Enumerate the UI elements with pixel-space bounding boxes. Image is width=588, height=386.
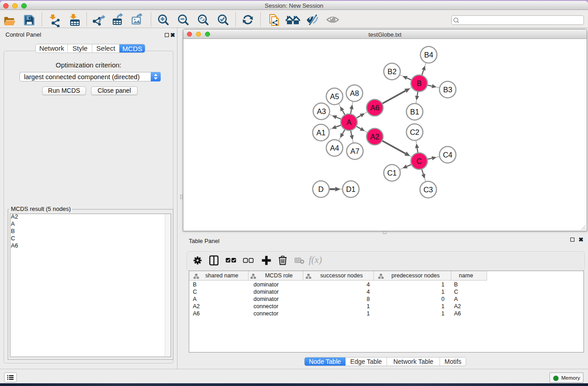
svg-text:C1: C1 [387, 169, 397, 177]
svg-text:A3: A3 [317, 107, 326, 115]
svg-text:B1: B1 [410, 108, 419, 116]
svg-text:A7: A7 [350, 147, 359, 155]
svg-text:A5: A5 [330, 92, 339, 100]
svg-text:C2: C2 [410, 128, 419, 136]
svg-text:A8: A8 [350, 89, 359, 97]
svg-text:B3: B3 [443, 86, 452, 94]
svg-text:A: A [346, 118, 351, 126]
svg-text:A1: A1 [316, 129, 325, 137]
svg-text:C4: C4 [443, 151, 452, 159]
svg-text:B2: B2 [387, 67, 397, 76]
svg-text:B4: B4 [424, 51, 433, 59]
svg-text:A2: A2 [370, 133, 379, 141]
svg-text:A4: A4 [330, 144, 339, 152]
svg-text:D1: D1 [346, 185, 355, 193]
svg-text:C: C [416, 157, 422, 165]
svg-text:A6: A6 [370, 104, 379, 112]
svg-text:D: D [318, 185, 324, 193]
svg-text:B: B [416, 79, 421, 87]
svg-text:C3: C3 [423, 186, 433, 194]
